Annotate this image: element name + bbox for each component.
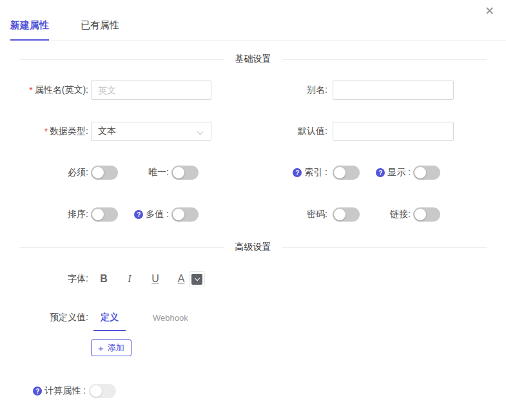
computed-attribute-toggle[interactable] — [89, 384, 116, 398]
attr-name-label: * 属性名(英文): — [0, 84, 88, 96]
tab-existing-attribute[interactable]: 已有属性 — [81, 18, 119, 40]
index-toggle-label: ? 索引 : — [253, 167, 327, 178]
font-label: 字体: — [0, 273, 88, 285]
chevron-down-icon — [197, 129, 204, 135]
required-toggle[interactable] — [91, 166, 118, 180]
show-toggle-label: ? 显示 : — [360, 167, 411, 178]
plus-icon: + — [98, 343, 104, 353]
chevron-down-icon — [194, 275, 199, 280]
form-row-3: 必须: 唯一: ? 索引 : ? 显示 : — [0, 166, 506, 180]
link-toggle-label: 链接: — [360, 209, 411, 220]
divider-line — [282, 59, 487, 60]
predefined-tabs: 定义 Webhook — [93, 310, 195, 331]
divider-line — [19, 59, 224, 60]
unique-toggle[interactable] — [171, 166, 199, 180]
tab-define[interactable]: 定义 — [93, 310, 126, 331]
font-color-picker-button[interactable] — [189, 271, 205, 287]
sort-toggle[interactable] — [91, 207, 118, 222]
font-row: 字体: B I U A — [0, 270, 205, 288]
data-type-select[interactable]: 文本 — [91, 122, 211, 141]
divider-line — [282, 247, 487, 248]
predefined-value-label: 预定义值: — [0, 312, 88, 323]
multi-help-icon[interactable]: ? — [134, 210, 143, 219]
predefined-value-row: 预定义值: 定义 Webhook — [0, 310, 195, 331]
italic-button[interactable]: I — [125, 273, 134, 285]
section-advanced-settings: 高级设置 — [19, 242, 487, 253]
color-swatch — [191, 274, 202, 285]
section-basic-settings: 基础设置 — [19, 53, 487, 65]
multi-toggle-label: ? 多值 : — [118, 209, 169, 220]
new-attribute-dialog: ✕ 新建属性 已有属性 基础设置 * 属性名(英文): 别名: * — [0, 0, 506, 420]
bold-button[interactable]: B — [99, 273, 108, 285]
form-row-4: 排序: ? 多值 : 密码: 链接: — [0, 207, 506, 222]
tab-new-attribute[interactable]: 新建属性 — [10, 18, 49, 41]
unique-toggle-label: 唯一: — [118, 167, 169, 178]
dialog-tabbar: 新建属性 已有属性 — [10, 18, 506, 41]
alias-label: 别名: — [253, 84, 327, 96]
required-asterisk: * — [29, 85, 32, 95]
default-value-input[interactable] — [333, 122, 454, 141]
alias-input[interactable] — [333, 81, 454, 100]
attr-name-input[interactable] — [91, 81, 211, 100]
computed-attribute-label: ? 计算属性 : — [0, 385, 86, 397]
computed-help-icon[interactable]: ? — [33, 387, 42, 396]
default-value-label: 默认值: — [253, 126, 327, 137]
form-row-2: * 数据类型: 文本 默认值: — [0, 122, 506, 141]
multi-toggle[interactable] — [171, 207, 199, 222]
password-toggle-label: 密码: — [253, 209, 327, 220]
required-asterisk: * — [44, 126, 48, 137]
underline-button[interactable]: U — [151, 273, 160, 285]
form-row-1: * 属性名(英文): 别名: — [0, 81, 506, 100]
data-type-label: * 数据类型: — [0, 126, 88, 137]
tab-webhook[interactable]: Webhook — [146, 310, 195, 331]
index-help-icon[interactable]: ? — [293, 168, 302, 177]
index-toggle[interactable] — [333, 166, 360, 180]
font-color-letter[interactable]: A — [177, 273, 186, 285]
data-type-value: 文本 — [98, 126, 116, 137]
font-toolbar: B I U A — [99, 271, 205, 287]
link-toggle[interactable] — [413, 207, 440, 222]
computed-attribute-row: ? 计算属性 : — [0, 384, 116, 398]
section-title-advanced: 高级设置 — [235, 242, 271, 253]
password-toggle[interactable] — [333, 207, 360, 222]
divider-line — [19, 247, 224, 248]
close-icon[interactable]: ✕ — [485, 5, 494, 17]
required-toggle-label: 必须: — [0, 167, 88, 178]
show-help-icon[interactable]: ? — [376, 168, 385, 177]
sort-toggle-label: 排序: — [0, 209, 88, 220]
add-button[interactable]: + 添加 — [91, 339, 131, 356]
show-toggle[interactable] — [413, 166, 440, 180]
section-title-basic: 基础设置 — [235, 53, 271, 65]
